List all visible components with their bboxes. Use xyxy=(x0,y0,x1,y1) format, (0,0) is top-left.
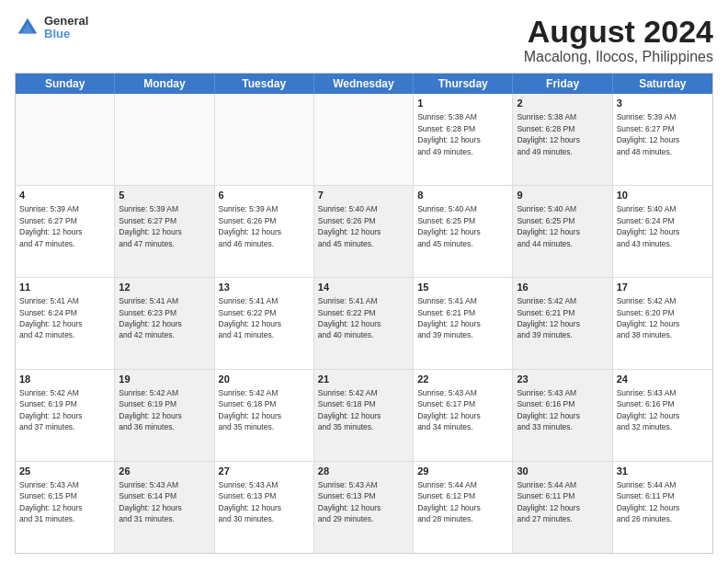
calendar-cell: 15Sunrise: 5:41 AM Sunset: 6:21 PM Dayli… xyxy=(414,278,513,369)
weekday-header: Friday xyxy=(513,74,612,94)
calendar-header: SundayMondayTuesdayWednesdayThursdayFrid… xyxy=(16,74,712,94)
cell-info: Sunrise: 5:40 AM Sunset: 6:26 PM Dayligh… xyxy=(318,204,381,247)
calendar-cell: 18Sunrise: 5:42 AM Sunset: 6:19 PM Dayli… xyxy=(16,370,115,461)
calendar-cell: 29Sunrise: 5:44 AM Sunset: 6:12 PM Dayli… xyxy=(414,462,513,553)
cell-info: Sunrise: 5:41 AM Sunset: 6:22 PM Dayligh… xyxy=(318,296,381,339)
page-title: August 2024 xyxy=(524,15,713,49)
calendar-row: 11Sunrise: 5:41 AM Sunset: 6:24 PM Dayli… xyxy=(16,277,712,369)
calendar-cell: 27Sunrise: 5:43 AM Sunset: 6:13 PM Dayli… xyxy=(215,462,314,553)
day-number: 3 xyxy=(617,97,709,110)
day-number: 27 xyxy=(219,465,310,478)
page: General Blue August 2024 Macalong, Iloco… xyxy=(0,0,728,563)
calendar-cell xyxy=(115,94,214,185)
title-block: August 2024 Macalong, Ilocos, Philippine… xyxy=(524,15,713,65)
calendar-cell xyxy=(215,94,314,185)
calendar-cell: 14Sunrise: 5:41 AM Sunset: 6:22 PM Dayli… xyxy=(314,278,414,369)
day-number: 9 xyxy=(517,189,608,202)
day-number: 23 xyxy=(517,373,608,386)
calendar-cell: 20Sunrise: 5:42 AM Sunset: 6:18 PM Dayli… xyxy=(215,370,314,461)
calendar-cell: 24Sunrise: 5:43 AM Sunset: 6:16 PM Dayli… xyxy=(613,370,712,461)
logo: General Blue xyxy=(15,15,88,41)
calendar-cell: 7Sunrise: 5:40 AM Sunset: 6:26 PM Daylig… xyxy=(314,186,414,277)
day-number: 11 xyxy=(19,281,110,294)
cell-info: Sunrise: 5:42 AM Sunset: 6:20 PM Dayligh… xyxy=(617,296,680,339)
cell-info: Sunrise: 5:42 AM Sunset: 6:18 PM Dayligh… xyxy=(318,388,381,431)
cell-info: Sunrise: 5:43 AM Sunset: 6:13 PM Dayligh… xyxy=(219,480,282,523)
calendar-row: 25Sunrise: 5:43 AM Sunset: 6:15 PM Dayli… xyxy=(16,461,712,553)
cell-info: Sunrise: 5:41 AM Sunset: 6:22 PM Dayligh… xyxy=(219,296,282,339)
calendar-cell: 11Sunrise: 5:41 AM Sunset: 6:24 PM Dayli… xyxy=(16,278,115,369)
cell-info: Sunrise: 5:44 AM Sunset: 6:11 PM Dayligh… xyxy=(617,480,680,523)
calendar-cell: 25Sunrise: 5:43 AM Sunset: 6:15 PM Dayli… xyxy=(16,462,115,553)
logo-text: General Blue xyxy=(44,15,88,41)
cell-info: Sunrise: 5:43 AM Sunset: 6:13 PM Dayligh… xyxy=(318,480,381,523)
cell-info: Sunrise: 5:42 AM Sunset: 6:19 PM Dayligh… xyxy=(19,388,83,431)
day-number: 14 xyxy=(318,281,409,294)
cell-info: Sunrise: 5:44 AM Sunset: 6:12 PM Dayligh… xyxy=(417,480,481,523)
calendar: SundayMondayTuesdayWednesdayThursdayFrid… xyxy=(15,73,713,554)
day-number: 21 xyxy=(318,373,409,386)
day-number: 18 xyxy=(19,373,110,386)
calendar-row: 18Sunrise: 5:42 AM Sunset: 6:19 PM Dayli… xyxy=(16,369,712,461)
weekday-header: Sunday xyxy=(16,74,115,94)
cell-info: Sunrise: 5:42 AM Sunset: 6:19 PM Dayligh… xyxy=(119,388,182,431)
cell-info: Sunrise: 5:42 AM Sunset: 6:18 PM Dayligh… xyxy=(219,388,282,431)
day-number: 17 xyxy=(617,281,709,294)
day-number: 31 xyxy=(617,465,709,478)
day-number: 6 xyxy=(219,189,310,202)
calendar-cell: 26Sunrise: 5:43 AM Sunset: 6:14 PM Dayli… xyxy=(115,462,214,553)
calendar-cell xyxy=(314,94,414,185)
cell-info: Sunrise: 5:40 AM Sunset: 6:25 PM Dayligh… xyxy=(517,204,580,247)
calendar-cell xyxy=(16,94,115,185)
calendar-body: 1Sunrise: 5:38 AM Sunset: 6:28 PM Daylig… xyxy=(16,94,712,553)
calendar-cell: 30Sunrise: 5:44 AM Sunset: 6:11 PM Dayli… xyxy=(513,462,612,553)
logo-line1: General xyxy=(44,15,88,28)
day-number: 26 xyxy=(119,465,210,478)
calendar-cell: 4Sunrise: 5:39 AM Sunset: 6:27 PM Daylig… xyxy=(16,186,115,277)
calendar-cell: 3Sunrise: 5:39 AM Sunset: 6:27 PM Daylig… xyxy=(613,94,712,185)
day-number: 29 xyxy=(417,465,508,478)
cell-info: Sunrise: 5:44 AM Sunset: 6:11 PM Dayligh… xyxy=(517,480,580,523)
cell-info: Sunrise: 5:40 AM Sunset: 6:24 PM Dayligh… xyxy=(617,204,680,247)
calendar-cell: 22Sunrise: 5:43 AM Sunset: 6:17 PM Dayli… xyxy=(414,370,513,461)
calendar-cell: 28Sunrise: 5:43 AM Sunset: 6:13 PM Dayli… xyxy=(314,462,414,553)
page-subtitle: Macalong, Ilocos, Philippines xyxy=(524,49,713,65)
calendar-cell: 23Sunrise: 5:43 AM Sunset: 6:16 PM Dayli… xyxy=(513,370,612,461)
calendar-cell: 21Sunrise: 5:42 AM Sunset: 6:18 PM Dayli… xyxy=(314,370,414,461)
day-number: 19 xyxy=(119,373,210,386)
cell-info: Sunrise: 5:39 AM Sunset: 6:27 PM Dayligh… xyxy=(19,204,83,247)
calendar-cell: 8Sunrise: 5:40 AM Sunset: 6:25 PM Daylig… xyxy=(414,186,513,277)
day-number: 15 xyxy=(417,281,508,294)
cell-info: Sunrise: 5:39 AM Sunset: 6:27 PM Dayligh… xyxy=(119,204,182,247)
calendar-cell: 6Sunrise: 5:39 AM Sunset: 6:26 PM Daylig… xyxy=(215,186,314,277)
day-number: 2 xyxy=(517,97,608,110)
day-number: 28 xyxy=(318,465,409,478)
calendar-cell: 5Sunrise: 5:39 AM Sunset: 6:27 PM Daylig… xyxy=(115,186,214,277)
weekday-header: Tuesday xyxy=(215,74,314,94)
day-number: 1 xyxy=(417,97,508,110)
day-number: 7 xyxy=(318,189,409,202)
cell-info: Sunrise: 5:43 AM Sunset: 6:16 PM Dayligh… xyxy=(517,388,580,431)
day-number: 12 xyxy=(119,281,210,294)
weekday-header: Monday xyxy=(115,74,214,94)
cell-info: Sunrise: 5:38 AM Sunset: 6:28 PM Dayligh… xyxy=(417,112,481,155)
cell-info: Sunrise: 5:40 AM Sunset: 6:25 PM Dayligh… xyxy=(417,204,481,247)
logo-line2: Blue xyxy=(44,28,88,40)
day-number: 5 xyxy=(119,189,210,202)
cell-info: Sunrise: 5:38 AM Sunset: 6:28 PM Dayligh… xyxy=(517,112,580,155)
cell-info: Sunrise: 5:43 AM Sunset: 6:17 PM Dayligh… xyxy=(417,388,481,431)
calendar-cell: 13Sunrise: 5:41 AM Sunset: 6:22 PM Dayli… xyxy=(215,278,314,369)
cell-info: Sunrise: 5:43 AM Sunset: 6:16 PM Dayligh… xyxy=(617,388,680,431)
weekday-header: Saturday xyxy=(613,74,712,94)
day-number: 25 xyxy=(19,465,110,478)
calendar-cell: 19Sunrise: 5:42 AM Sunset: 6:19 PM Dayli… xyxy=(115,370,214,461)
day-number: 22 xyxy=(417,373,508,386)
day-number: 20 xyxy=(219,373,310,386)
calendar-cell: 31Sunrise: 5:44 AM Sunset: 6:11 PM Dayli… xyxy=(613,462,712,553)
day-number: 10 xyxy=(617,189,709,202)
weekday-header: Thursday xyxy=(414,74,513,94)
header: General Blue August 2024 Macalong, Iloco… xyxy=(15,15,713,65)
calendar-cell: 16Sunrise: 5:42 AM Sunset: 6:21 PM Dayli… xyxy=(513,278,612,369)
day-number: 13 xyxy=(219,281,310,294)
cell-info: Sunrise: 5:41 AM Sunset: 6:24 PM Dayligh… xyxy=(19,296,83,339)
